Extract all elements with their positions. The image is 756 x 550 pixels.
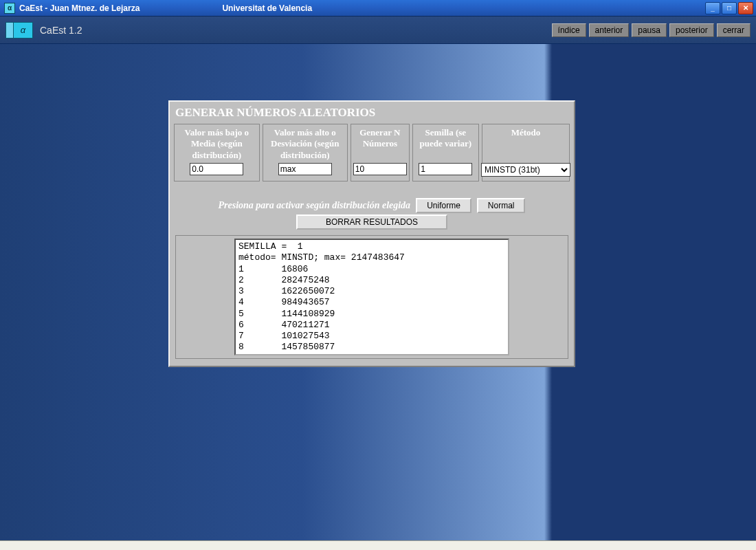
window-title: CaEst - Juan Mtnez. de Lejarza xyxy=(19,3,140,13)
normal-button[interactable]: Normal xyxy=(477,198,526,213)
clear-row: BORRAR RESULTADOS xyxy=(173,214,571,232)
nav-buttons: índice anterior pausa posterior cerrar xyxy=(552,23,751,37)
app-name: CaEst 1.2 xyxy=(40,25,82,36)
nav-cerrar-button[interactable]: cerrar xyxy=(717,23,751,37)
param-method-cell: Método MINSTD (31bt) xyxy=(482,124,570,182)
window-titlebar: α CaEst - Juan Mtnez. de Lejarza Univers… xyxy=(0,0,756,16)
window-subtitle: Universitat de Valencia xyxy=(222,3,312,13)
results-textarea[interactable]: SEMILLA = 1 método= MINSTD; max= 2147483… xyxy=(234,239,509,355)
param-high-label: Valor más alto o Desviación (según distr… xyxy=(265,127,346,163)
nav-posterior-button[interactable]: posterior xyxy=(669,23,714,37)
param-seed-label: Semilla (se puede variar) xyxy=(414,127,477,163)
random-generator-panel: GENERAR NÚMEROS ALEATORIOS Valor más baj… xyxy=(168,100,575,367)
high-value-input[interactable] xyxy=(278,163,332,175)
param-high-cell: Valor más alto o Desviación (según distr… xyxy=(263,124,348,182)
window-controls: _ □ ✕ xyxy=(705,2,756,14)
param-count-cell: Generar N Números xyxy=(351,124,410,182)
param-low-cell: Valor más bajo o Media (según distribuci… xyxy=(174,124,260,182)
main-area: GENERAR NÚMEROS ALEATORIOS Valor más baj… xyxy=(0,44,756,550)
clear-results-button[interactable]: BORRAR RESULTADOS xyxy=(296,214,447,230)
uniforme-button[interactable]: Uniforme xyxy=(416,198,471,213)
nav-indice-button[interactable]: índice xyxy=(552,23,586,37)
app-logo-icon: α xyxy=(5,22,33,38)
seed-input[interactable] xyxy=(419,163,472,175)
param-method-label: Método xyxy=(510,127,542,163)
action-instruction: Presiona para activar según distribución… xyxy=(219,200,411,211)
nav-anterior-button[interactable]: anterior xyxy=(589,23,630,37)
maximize-button[interactable]: □ xyxy=(722,2,737,14)
param-count-label: Generar N Números xyxy=(353,127,408,163)
action-row: Presiona para activar según distribución… xyxy=(173,184,571,214)
nav-pausa-button[interactable]: pausa xyxy=(632,23,667,37)
count-input[interactable] xyxy=(353,163,407,175)
method-select[interactable]: MINSTD (31bt) xyxy=(481,163,570,177)
minimize-button[interactable]: _ xyxy=(705,2,720,14)
close-button[interactable]: ✕ xyxy=(738,2,753,14)
param-low-label: Valor más bajo o Media (según distribuci… xyxy=(176,127,258,163)
app-window-icon: α xyxy=(4,3,15,14)
param-seed-cell: Semilla (se puede variar) xyxy=(412,124,479,182)
panel-title: GENERAR NÚMEROS ALEATORIOS xyxy=(173,104,571,124)
low-value-input[interactable] xyxy=(190,163,243,175)
parameter-row: Valor más bajo o Media (según distribuci… xyxy=(173,124,571,184)
results-container: SEMILLA = 1 método= MINSTD; max= 2147483… xyxy=(175,235,568,359)
taskbar-strip xyxy=(0,540,756,550)
app-header: α CaEst 1.2 índice anterior pausa poster… xyxy=(0,16,756,44)
